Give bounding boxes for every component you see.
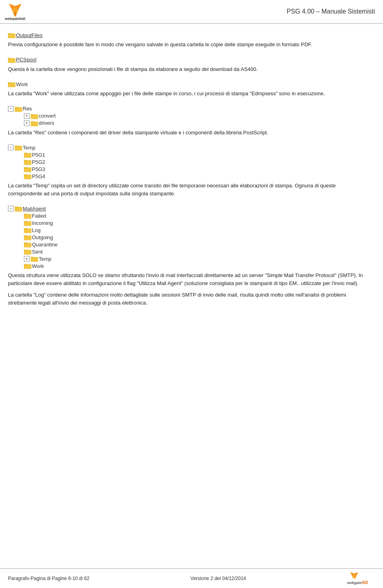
section-pcspool: PCSpool Questa è la cartella dove vengon…	[8, 57, 371, 73]
folder-outgoing-row: Outgoing	[8, 234, 371, 240]
folder-log-icon	[24, 227, 32, 233]
folder-pcspool-icon	[8, 57, 16, 63]
pcspool-paragraph: Questa è la cartella dove vengono posizi…	[8, 65, 371, 73]
page-title: PSG 4.00 – Manuale Sistemisti	[287, 8, 375, 15]
folder-p5g3-label: P5G3	[32, 166, 45, 172]
svg-rect-40	[24, 242, 27, 244]
folder-p5g4-icon	[24, 173, 32, 179]
folder-sent-label: Sent	[32, 249, 43, 255]
logo-area: webgate Italia	[5, 3, 26, 20]
res-expand-icon[interactable]: −	[8, 106, 14, 112]
folder-quarantine-label: Quarantine	[32, 242, 57, 248]
folder-log-row: Log	[8, 227, 371, 233]
svg-rect-20	[15, 146, 18, 147]
folder-mailagent-label: MailAgent	[23, 206, 46, 212]
mailagent-paragraph2: La cartella "Log" contiene delle informa…	[8, 291, 371, 307]
folder-drivers-label: drivers	[39, 120, 54, 126]
folder-mailtemp-row: + Temp	[8, 256, 371, 262]
svg-text:Italia: Italia	[19, 17, 26, 20]
mailagent-paragraph1: Questa struttura viene utilizzata SOLO s…	[8, 271, 371, 287]
temp-expand-icon[interactable]: −	[8, 145, 14, 150]
folder-convert-row: + convert	[8, 113, 371, 119]
work-paragraph: La cartella "Work" viene utilizzata come…	[8, 90, 371, 98]
outputfiles-paragraph: Previa configurazione è possibile fare i…	[8, 41, 371, 49]
folder-p5g2-label: P5G2	[32, 159, 45, 165]
folder-mailtemp-label: Temp	[39, 256, 51, 262]
temp-paragraph: La cartella "Temp" ospita un set di dire…	[8, 182, 371, 197]
svg-rect-36	[24, 228, 27, 229]
drivers-expand-icon[interactable]: +	[24, 120, 30, 126]
section-res: − Res + convert + drivers La	[8, 106, 371, 137]
folder-res-row: − Res	[8, 106, 371, 112]
svg-rect-44	[31, 257, 34, 258]
folder-outputfiles-icon	[8, 32, 16, 38]
page-header: webgate Italia PSG 4.00 – Manuale Sistem…	[0, 0, 383, 24]
svg-rect-46	[24, 264, 27, 265]
footer-version-label: Versione 2 del 04/12/2014	[190, 576, 246, 581]
svg-rect-16	[31, 114, 34, 115]
svg-rect-42	[24, 250, 27, 251]
webgateitalia-logo-icon: webgate Italia	[5, 3, 26, 20]
folder-convert-icon	[31, 113, 39, 119]
folder-quarantine-row: Quarantine	[8, 241, 371, 248]
folder-p5g1-icon	[24, 151, 32, 158]
folder-work-icon	[8, 81, 16, 87]
folder-pcspool-row: PCSpool	[8, 57, 371, 63]
footer-webgate400-logo: webgate 400	[347, 571, 375, 586]
folder-mailagent-icon	[15, 205, 23, 212]
folder-outputfiles-row: OutputFiles	[8, 32, 371, 38]
folder-p5g2-icon	[24, 159, 32, 165]
svg-rect-10	[8, 58, 11, 59]
svg-text:webgate: webgate	[5, 17, 19, 20]
svg-rect-18	[31, 121, 34, 122]
svg-rect-12	[8, 82, 11, 83]
svg-rect-26	[24, 167, 27, 168]
footer-logo-area: webgate 400	[347, 571, 375, 586]
folder-log-label: Log	[32, 227, 41, 233]
folder-mailagent-row: − MailAgent	[8, 205, 371, 212]
mailagent-expand-icon[interactable]: −	[8, 206, 14, 211]
res-paragraph: La cartella "Res" contiene i componenti …	[8, 129, 371, 137]
folder-outgoing-label: Outgoing	[32, 234, 53, 240]
svg-rect-14	[15, 107, 18, 108]
folder-p5g4-label: P5G4	[32, 173, 45, 179]
folder-p5g3-row: P5G3	[8, 166, 371, 172]
folder-work-row: Work	[8, 81, 371, 87]
folder-incoming-icon	[24, 220, 32, 226]
convert-expand-icon[interactable]: +	[24, 113, 30, 119]
folder-p5g4-row: P5G4	[8, 173, 371, 179]
folder-pcspool-label: PCSpool	[16, 57, 36, 63]
folder-failed-icon	[24, 212, 32, 219]
svg-rect-24	[24, 160, 27, 161]
svg-rect-38	[24, 235, 27, 236]
svg-rect-8	[8, 33, 11, 34]
folder-work-label: Work	[16, 81, 28, 87]
mailtemp-expand-icon[interactable]: +	[24, 256, 30, 262]
folder-temp-icon	[15, 144, 23, 151]
folder-p5g2-row: P5G2	[8, 159, 371, 165]
folder-incoming-row: Incoming	[8, 220, 371, 226]
folder-sent-icon	[24, 248, 32, 255]
folder-outputfiles-label: OutputFiles	[16, 32, 42, 38]
folder-quarantine-icon	[24, 241, 32, 248]
folder-mailwork-icon	[24, 263, 32, 269]
section-work: Work La cartella "Work" viene utilizzata…	[8, 81, 371, 98]
svg-text:webgate: webgate	[347, 581, 361, 585]
page-footer: Paragrafo-Pagina di Pagine 6-10 di 62 Ve…	[0, 568, 383, 588]
svg-rect-28	[24, 174, 27, 175]
folder-p5g1-row: P5G1	[8, 151, 371, 158]
folder-p5g1-label: P5G1	[32, 152, 45, 158]
page-content: OutputFiles Previa configurazione è poss…	[0, 24, 383, 346]
footer-paragraph-label: Paragrafo-Pagina di Pagine 6-10 di 62	[8, 576, 89, 581]
svg-rect-30	[15, 206, 18, 208]
folder-res-label: Res	[23, 106, 32, 112]
folder-drivers-icon	[31, 120, 39, 126]
folder-sent-row: Sent	[8, 248, 371, 255]
folder-mailtemp-icon	[31, 256, 39, 262]
svg-rect-32	[24, 214, 27, 215]
folder-res-icon	[15, 106, 23, 112]
svg-rect-22	[24, 153, 27, 154]
folder-outgoing-icon	[24, 234, 32, 240]
section-outputfiles: OutputFiles Previa configurazione è poss…	[8, 32, 371, 49]
folder-incoming-label: Incoming	[32, 220, 53, 226]
